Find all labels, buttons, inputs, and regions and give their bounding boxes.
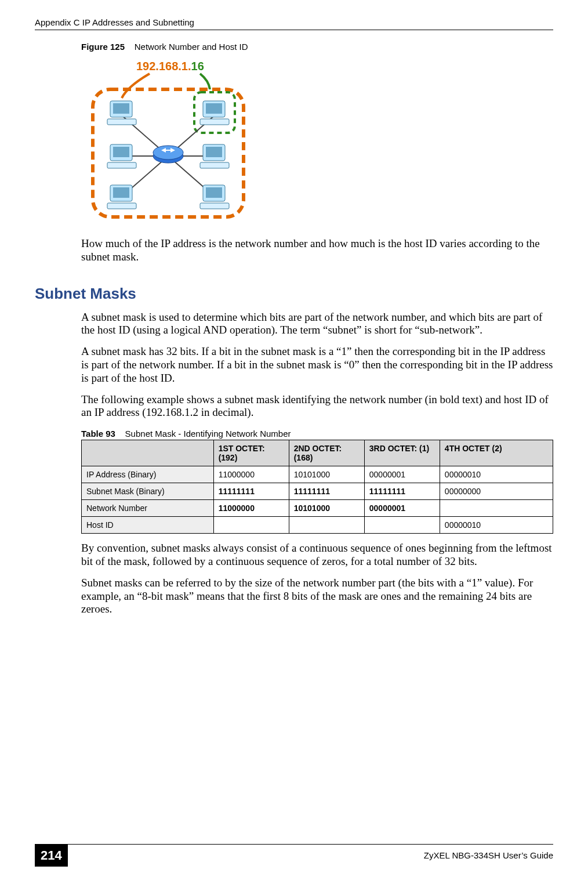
svg-rect-15 (206, 103, 222, 114)
ip-network-part: 192.168.1. (136, 60, 191, 73)
pc-icon (200, 144, 229, 168)
cell: 00000001 (364, 466, 440, 483)
col-header-blank (82, 440, 214, 466)
paragraph: By convention, subnet masks always consi… (81, 542, 553, 568)
pc-icon (200, 101, 229, 125)
table-caption: Table 93 Subnet Mask - Identifying Netwo… (81, 429, 553, 439)
svg-rect-21 (206, 147, 222, 157)
paragraph: Subnet masks can be referred to by the s… (81, 577, 553, 616)
cell: 10101000 (289, 466, 364, 483)
router-icon (153, 146, 183, 163)
table-title: Subnet Mask - Identifying Network Number (125, 429, 291, 439)
svg-rect-12 (113, 103, 129, 114)
row-label: Network Number (82, 500, 214, 517)
ip-host-part: 16 (191, 60, 204, 73)
col-header-1st-octet: 1ST OCTET: (192) (213, 440, 289, 466)
subnet-mask-table: 1ST OCTET: (192) 2ND OCTET: (168) 3RD OC… (81, 440, 553, 534)
cell: 11000000 (213, 466, 289, 483)
svg-point-10 (153, 146, 183, 160)
pc-icon (107, 185, 136, 209)
cell: 00000010 (440, 517, 553, 534)
cell: 11111111 (289, 483, 364, 500)
cell: 00000001 (364, 500, 440, 517)
table-header-row: 1ST OCTET: (192) 2ND OCTET: (168) 3RD OC… (82, 440, 553, 466)
pc-icon (107, 144, 136, 168)
svg-text:192.168.1.16: 192.168.1.16 (136, 60, 204, 73)
guide-name: ZyXEL NBG-334SH User’s Guide (424, 848, 553, 860)
pc-icon (107, 101, 136, 125)
paragraph: How much of the IP address is the networ… (81, 237, 553, 264)
cell (440, 500, 553, 517)
svg-rect-16 (200, 119, 229, 125)
figure-title: Network Number and Host ID (135, 42, 248, 52)
table-row: IP Address (Binary) 11000000 10101000 00… (82, 466, 553, 483)
paragraph: A subnet mask has 32 bits. If a bit in t… (81, 345, 553, 385)
figure-label: Figure 125 (81, 42, 125, 52)
cell: 00000010 (440, 466, 553, 483)
page-footer: 214 ZyXEL NBG-334SH User’s Guide (35, 844, 553, 867)
cell (213, 517, 289, 534)
table-label: Table 93 (81, 429, 115, 439)
cell (364, 517, 440, 534)
table-row: Subnet Mask (Binary) 11111111 11111111 1… (82, 483, 553, 500)
cell: 10101000 (289, 500, 364, 517)
paragraph: A subnet mask is used to determine which… (81, 311, 553, 338)
table-row: Host ID 00000010 (82, 517, 553, 534)
row-label: IP Address (Binary) (82, 466, 214, 483)
svg-rect-18 (113, 147, 129, 157)
page-number: 214 (35, 845, 68, 867)
running-header: Appendix C IP Addresses and Subnetting (35, 17, 553, 30)
row-label: Subnet Mask (Binary) (82, 483, 214, 500)
svg-rect-19 (107, 162, 136, 168)
svg-rect-27 (206, 187, 222, 198)
table-row: Network Number 11000000 10101000 0000000… (82, 500, 553, 517)
svg-rect-24 (113, 187, 129, 198)
cell: 11000000 (213, 500, 289, 517)
pc-icon (200, 185, 229, 209)
figure-caption: Figure 125 Network Number and Host ID (81, 42, 553, 52)
row-label: Host ID (82, 517, 214, 534)
col-header-4th-octet: 4TH OCTET (2) (440, 440, 553, 466)
svg-rect-13 (107, 119, 136, 125)
network-diagram-svg: 192.168.1.16 (81, 57, 255, 226)
svg-rect-28 (200, 203, 229, 209)
cell (289, 517, 364, 534)
svg-rect-25 (107, 203, 136, 209)
cell: 00000000 (440, 483, 553, 500)
paragraph: The following example shows a subnet mas… (81, 393, 553, 420)
cell: 11111111 (213, 483, 289, 500)
section-heading-subnet-masks: Subnet Masks (35, 285, 553, 303)
col-header-3rd-octet: 3RD OCTET: (1) (364, 440, 440, 466)
col-header-2nd-octet: 2ND OCTET: (168) (289, 440, 364, 466)
svg-rect-22 (200, 162, 229, 168)
network-diagram: 192.168.1.16 (81, 57, 553, 226)
cell: 11111111 (364, 483, 440, 500)
